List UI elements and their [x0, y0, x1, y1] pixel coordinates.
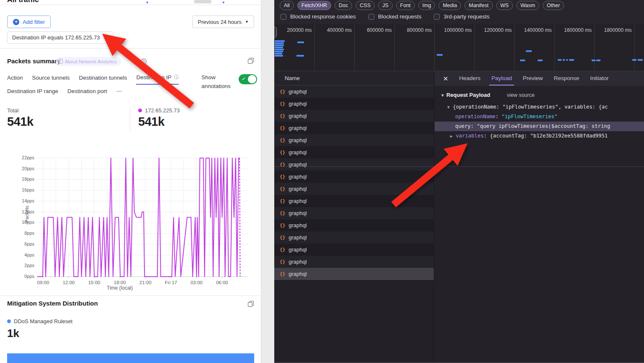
screenshot-root: All traffic ▾ ▾ + Add filter Previous 24… — [0, 0, 644, 363]
filter-chip[interactable]: Destination IP equals 172.65.225.73 ✕ — [7, 31, 113, 44]
json-braces-icon: {} — [280, 271, 285, 277]
request-name: graphql — [289, 222, 307, 228]
tab-action[interactable]: Action — [7, 74, 23, 85]
checkbox-icon[interactable] — [281, 14, 286, 20]
waterfall-request-bar[interactable] — [526, 50, 532, 52]
request-row-graphql[interactable]: {}graphql — [274, 158, 434, 171]
request-row-graphql[interactable]: {}graphql — [274, 146, 434, 158]
about-network-analytics-badge[interactable]: About Network Analytics — [56, 57, 121, 66]
request-row-graphql[interactable]: {}graphql — [274, 231, 434, 244]
waterfall-request-bar[interactable] — [275, 55, 283, 57]
filter-pill-doc[interactable]: Doc — [335, 1, 352, 10]
request-row-graphql[interactable]: {}graphql — [274, 171, 434, 183]
waterfall-request-bar[interactable] — [297, 41, 304, 43]
waterfall-request-bar[interactable] — [569, 59, 574, 61]
request-row-graphql[interactable]: {}graphql — [274, 134, 434, 146]
network-timeline-overview[interactable]: 200000 ms400000 ms600000 ms800000 ms1000… — [274, 24, 644, 71]
copy-icon[interactable] — [247, 57, 254, 64]
close-icon[interactable]: ✕ — [443, 75, 448, 83]
tab-destination-ip-range[interactable]: Destination IP range — [7, 88, 58, 97]
tab-source-tunnels[interactable]: Source tunnels — [32, 74, 70, 85]
detail-tab-preview[interactable]: Preview — [523, 71, 543, 86]
request-row-graphql[interactable]: {}graphql — [274, 98, 434, 110]
waterfall-request-bar[interactable] — [563, 59, 565, 61]
tab--[interactable]: ⋯ — [116, 88, 122, 97]
request-row-graphql[interactable]: {}graphql — [274, 207, 434, 219]
waterfall-request-bar[interactable] — [275, 40, 285, 42]
collapse-triangle-icon[interactable]: ▼ — [440, 93, 445, 98]
detail-tab-response[interactable]: Response — [554, 71, 579, 86]
filter-pill-img[interactable]: Img — [418, 1, 435, 10]
detail-tab-headers[interactable]: Headers — [459, 71, 481, 86]
request-row-graphql[interactable]: {}graphql — [274, 256, 434, 268]
checkbox-blocked-response-cookies[interactable]: Blocked response cookies — [281, 13, 356, 20]
request-name: graphql — [289, 174, 307, 180]
payload-operation-line[interactable]: operationName: "ipFlowTimeseries" — [435, 112, 644, 122]
checkbox-icon[interactable] — [368, 14, 374, 20]
filter-pill-js[interactable]: JS — [378, 1, 393, 10]
tab-destination-tunnels[interactable]: Destination tunnels — [79, 74, 127, 85]
waterfall-request-bar[interactable] — [566, 59, 568, 61]
waterfall-request-bar[interactable] — [558, 59, 562, 61]
waterfall-request-bar[interactable] — [275, 53, 282, 54]
waterfall-request-bar[interactable] — [275, 49, 284, 50]
expand-triangle-icon[interactable]: ▶ — [450, 134, 453, 138]
filter-pill-font[interactable]: Font — [396, 1, 415, 10]
add-filter-button[interactable]: + Add filter — [7, 16, 51, 28]
request-row-graphql[interactable]: {}graphql — [274, 244, 434, 256]
filter-pill-media[interactable]: Media — [438, 1, 461, 10]
waterfall-request-bar[interactable] — [275, 44, 284, 46]
waterfall-request-bar[interactable] — [632, 59, 636, 61]
tab-destination-ip[interactable]: Destination IPⓘ — [136, 74, 179, 85]
filter-pill-manifest[interactable]: Manifest — [464, 1, 492, 10]
x-tick-label: 06:00 — [216, 280, 228, 285]
collapse-triangle-icon[interactable]: ▼ — [447, 105, 450, 109]
payload-variables-line[interactable]: ▶ variables: {accountTag: "b12e3b2192ee5… — [435, 131, 644, 141]
time-range-dropdown[interactable]: Previous 24 hours ▼ — [192, 16, 254, 28]
json-braces-icon: {} — [280, 113, 285, 119]
request-row-graphql[interactable]: {}graphql — [274, 86, 434, 98]
copy-icon[interactable] — [247, 301, 254, 307]
name-column-header[interactable]: Name — [274, 71, 434, 86]
filter-pill-wasm[interactable]: Wasm — [516, 1, 539, 10]
waterfall-request-bar[interactable] — [592, 60, 595, 61]
json-braces-icon: {} — [280, 223, 285, 228]
waterfall-request-bar[interactable] — [275, 42, 284, 44]
timeline-tick-label: 1200000 ms — [477, 27, 512, 33]
tab-destination-port[interactable]: Destination port — [67, 88, 107, 97]
filter-pill-fetch-xhr[interactable]: Fetch/XHR — [297, 1, 331, 10]
waterfall-request-bar[interactable] — [275, 47, 283, 48]
view-source-link[interactable]: view source — [507, 92, 535, 98]
waterfall-request-bar[interactable] — [275, 51, 283, 52]
payload-root-line[interactable]: ▼ {operationName: "ipFlowTimeseries", va… — [435, 102, 644, 112]
json-braces-icon: {} — [280, 150, 285, 155]
header-fragment — [194, 0, 211, 3]
payload-query-line[interactable]: query: "query ipFlowTimeseries($accountT… — [435, 122, 644, 131]
filter-pill-other[interactable]: Other — [543, 1, 564, 10]
waterfall-request-bar[interactable] — [296, 55, 304, 57]
waterfall-request-bar[interactable] — [437, 54, 443, 56]
waterfall-request-bar[interactable] — [596, 60, 600, 61]
detail-tab-payload[interactable]: Payload — [492, 71, 512, 86]
detail-tab-initiator[interactable]: Initiator — [590, 71, 608, 86]
checkbox--rd-party-requests[interactable]: 3rd-party requests — [434, 13, 489, 20]
request-payload-header[interactable]: ▼Request Payloadview source — [435, 90, 644, 100]
filter-pill-css[interactable]: CSS — [355, 1, 375, 10]
show-annotations-toggle[interactable]: ✓ — [239, 74, 257, 84]
waterfall-request-bar[interactable] — [520, 60, 525, 61]
waterfall-request-bar[interactable] — [538, 60, 543, 61]
request-row-graphql[interactable]: {}graphql — [274, 219, 434, 231]
request-row-graphql[interactable]: {}graphql — [274, 183, 434, 195]
waterfall-request-bar[interactable] — [638, 59, 643, 61]
request-row-graphql[interactable]: {}graphql — [274, 110, 434, 122]
checkbox-blocked-requests[interactable]: Blocked requests — [368, 13, 422, 20]
request-row-graphql[interactable]: {}graphql — [274, 122, 434, 134]
checkbox-icon[interactable] — [434, 14, 440, 20]
filter-pill-ws[interactable]: WS — [496, 1, 513, 10]
info-icon[interactable]: ⓘ — [174, 74, 179, 81]
request-row-graphql[interactable]: {}graphql — [274, 268, 434, 280]
request-row-graphql[interactable]: {}graphql — [274, 195, 434, 207]
close-icon[interactable]: ✕ — [104, 34, 108, 41]
filter-pill-all[interactable]: All — [280, 1, 294, 10]
tab-label: Destination tunnels — [79, 75, 127, 81]
